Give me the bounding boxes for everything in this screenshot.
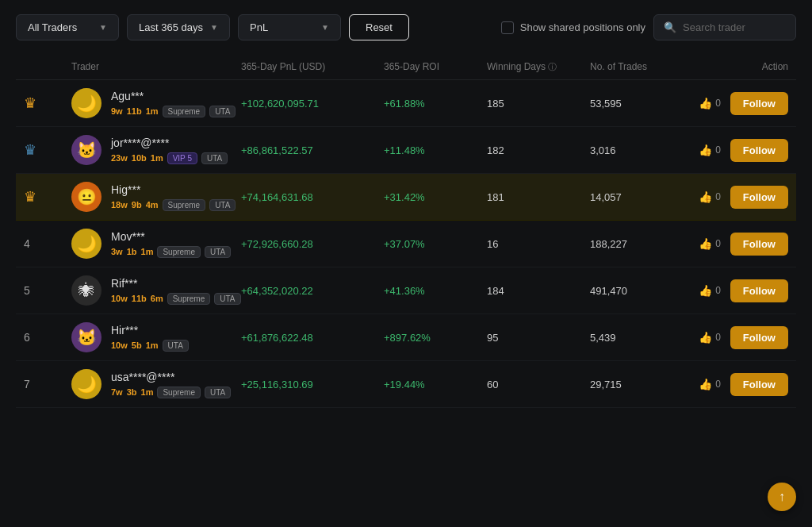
period-dropdown[interactable]: Last 365 days ▼: [127, 14, 230, 40]
action-cell: 👍 0 Follow: [693, 92, 788, 115]
no-trades-value: 14,057: [590, 191, 693, 203]
roi-value: +61.88%: [384, 98, 487, 110]
tag-label: UTA: [163, 340, 189, 352]
table-header: Trader 365-Day PnL (USD) 365-Day ROI Win…: [16, 55, 796, 80]
like-section: 👍 0: [699, 97, 721, 110]
period-dropdown-label: Last 365 days: [139, 21, 203, 33]
roi-value: +19.44%: [384, 379, 487, 390]
like-section: 👍 0: [699, 144, 721, 156]
follow-button[interactable]: Follow: [730, 233, 788, 256]
winning-days-value: 182: [487, 144, 590, 156]
thumbs-up-icon: 👍: [699, 237, 712, 250]
trader-info: Rif*** 10w11b6mSupremeUTA: [111, 277, 241, 305]
crown-gold-icon: ♛: [24, 94, 36, 112]
like-count: 0: [715, 332, 721, 343]
tag-label: UTA: [209, 106, 236, 117]
tag-age: 4m: [146, 200, 159, 210]
follow-button[interactable]: Follow: [730, 279, 788, 302]
rank-cell: ♛: [24, 94, 71, 112]
thumbs-up-icon: 👍: [699, 97, 712, 110]
table-row: ♛ 😐 Hig*** 18w9b4mSupremeUTA +74,164,631…: [16, 174, 796, 221]
trader-info: usa****@**** 7w3b1mSupremeUTA: [111, 371, 231, 398]
like-section: 👍 0: [699, 237, 721, 250]
tag-age: 1m: [146, 106, 159, 116]
crown-gold-icon: ♛: [24, 188, 36, 206]
trader-cell: 🐱 jor****@**** 23w10b1mVIP 5UTA: [71, 135, 241, 165]
tag-vip: VIP 5: [167, 152, 197, 164]
table-row: ♛ 🌙 Agu*** 9w11b1mSupremeUTA +102,620,09…: [16, 80, 796, 127]
winning-days-value: 95: [487, 332, 590, 344]
sort-dropdown-arrow: ▼: [321, 23, 329, 32]
roi-value: +897.62%: [384, 332, 487, 344]
rank-cell: 6: [24, 331, 71, 344]
reset-button[interactable]: Reset: [349, 14, 409, 40]
trader-tags: 23w10b1mVIP 5UTA: [111, 152, 228, 164]
trader-name: Hig***: [111, 183, 236, 196]
follow-button[interactable]: Follow: [730, 186, 788, 209]
scroll-to-top-button[interactable]: ↑: [768, 483, 796, 511]
action-cell: 👍 0 Follow: [693, 139, 788, 162]
period-dropdown-arrow: ▼: [210, 23, 218, 32]
traders-dropdown[interactable]: All Traders ▼: [16, 14, 119, 40]
roi-value: +37.07%: [384, 238, 487, 250]
follow-button[interactable]: Follow: [730, 373, 788, 396]
table-row: ♛ 🐱 jor****@**** 23w10b1mVIP 5UTA +86,86…: [16, 127, 796, 174]
winning-days-value: 60: [487, 379, 590, 390]
tag-age: 9b: [132, 200, 142, 210]
rank-number: 7: [24, 378, 30, 390]
show-shared-checkbox[interactable]: [501, 21, 514, 34]
thumbs-up-icon: 👍: [699, 378, 712, 390]
show-shared-label: Show shared positions only: [520, 21, 645, 33]
tag-label: UTA: [201, 152, 228, 164]
trader-name: Hir***: [111, 324, 189, 337]
trader-cell: 🌙 usa****@**** 7w3b1mSupremeUTA: [71, 369, 241, 399]
traders-dropdown-label: All Traders: [28, 21, 77, 33]
trader-name: usa****@****: [111, 371, 231, 383]
tag-age: 6m: [151, 294, 163, 303]
col-pnl: 365-Day PnL (USD): [241, 61, 384, 73]
like-count: 0: [715, 191, 721, 202]
search-box: 🔍: [653, 14, 796, 40]
no-trades-value: 5,439: [590, 332, 693, 344]
like-count: 0: [715, 285, 721, 296]
tag-age: 10w: [111, 340, 128, 350]
rank-number: 4: [24, 237, 30, 250]
avatar: 🌙: [71, 369, 102, 399]
rank-cell: ♛: [24, 141, 71, 159]
follow-button[interactable]: Follow: [730, 326, 788, 349]
table-row: 6 🐱 Hir*** 10w5b1mUTA +61,876,622.48 +89…: [16, 314, 796, 361]
sort-dropdown[interactable]: PnL ▼: [238, 14, 341, 40]
filter-bar: All Traders ▼ Last 365 days ▼ PnL ▼ Rese…: [0, 0, 812, 55]
tag-age: 11b: [127, 106, 142, 116]
action-cell: 👍 0 Follow: [693, 186, 788, 209]
trader-name: Mov***: [111, 230, 231, 243]
no-trades-value: 29,715: [590, 379, 693, 390]
tag-age: 1m: [141, 247, 154, 256]
tag-age: 3w: [111, 247, 123, 256]
winning-days-value: 185: [487, 98, 590, 110]
tag-age: 10w: [111, 294, 128, 303]
tag-age: 23w: [111, 153, 128, 163]
winning-days-value: 184: [487, 285, 590, 297]
no-trades-value: 188,227: [590, 238, 693, 250]
tag-label: UTA: [214, 293, 240, 305]
col-roi: 365-Day ROI: [384, 61, 487, 73]
like-count: 0: [715, 144, 721, 156]
follow-button[interactable]: Follow: [730, 92, 788, 115]
tag-label: Supreme: [163, 106, 206, 117]
like-count: 0: [715, 98, 721, 109]
follow-button[interactable]: Follow: [730, 139, 788, 162]
sort-dropdown-label: PnL: [250, 21, 268, 33]
rank-cell: 7: [24, 378, 71, 390]
action-cell: 👍 0 Follow: [693, 373, 788, 396]
tag-label: Supreme: [167, 293, 211, 305]
roi-value: +11.48%: [384, 144, 487, 156]
like-section: 👍 0: [699, 284, 721, 297]
no-trades-value: 3,016: [590, 144, 693, 156]
pnl-value: +86,861,522.57: [241, 144, 384, 156]
col-no-trades: No. of Trades: [590, 61, 693, 73]
search-input[interactable]: [683, 21, 786, 33]
pnl-value: +61,876,622.48: [241, 332, 384, 344]
rank-cell: ♛: [24, 188, 71, 206]
trader-name: Rif***: [111, 277, 241, 290]
